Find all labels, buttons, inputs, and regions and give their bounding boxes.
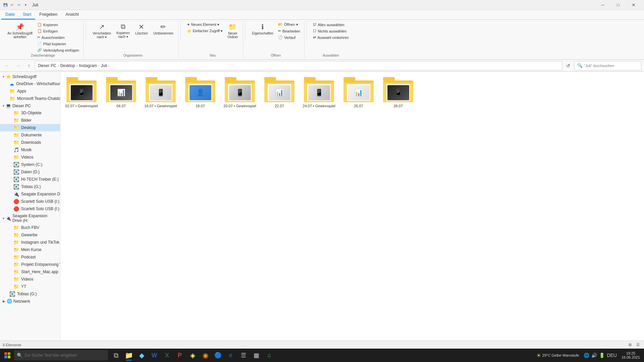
new-element-button[interactable]: ✦Neues Element ▾ [185, 22, 224, 27]
file-item-6[interactable]: 📱 24.07 • Gewinnspiel [301, 74, 337, 111]
close-button[interactable]: ✕ [626, 0, 641, 10]
search-bar[interactable]: 🔍 [574, 61, 641, 70]
taskbar-search-bar[interactable]: 🔍 [14, 350, 108, 360]
delete-button[interactable]: ✕ Löschen [133, 22, 150, 36]
history-button[interactable]: 🕐Verlauf [277, 35, 302, 40]
sidebar-section-network[interactable]: ▶ 🌐 Netzwerk [0, 298, 60, 305]
sidebar-item-apps[interactable]: 📁 Apps [0, 87, 60, 95]
volume-icon[interactable]: 🔊 [591, 353, 597, 358]
taskbar-app-unknown1[interactable]: ◆ [136, 349, 148, 361]
sidebar-item-datend[interactable]: 💽 Daten (D:) [0, 168, 60, 176]
easy-access-button[interactable]: ⭐Einfacher Zugriff ▾ [185, 28, 224, 34]
list-view-button[interactable]: ☰ [635, 342, 641, 348]
select-none-button[interactable]: ☐Nichts auswählen [312, 28, 350, 34]
sidebar-item-tobiasG[interactable]: 💽 Tobias (G:) [0, 183, 60, 190]
language-tray[interactable]: DEU [607, 353, 617, 358]
new-folder-button[interactable]: 📁 NeuerOrdner [225, 22, 240, 40]
taskbar-app-explorer[interactable]: 📁 [123, 349, 135, 361]
sidebar-item-podcast[interactable]: 📁 Podcast [0, 253, 60, 261]
minimize-button[interactable]: ─ [595, 0, 610, 10]
sidebar-item-starthere[interactable]: 📁 Start_Here_Mac.app [0, 268, 60, 276]
weather-badge[interactable]: ☀ 29°C Gelbe Warnstufe [534, 352, 582, 359]
taskbar-app-unknown3[interactable]: ◉ [199, 349, 211, 361]
sidebar-item-hitechE[interactable]: 💽 HI-TECH Treiber (E:) [0, 176, 60, 183]
taskbar-search-input[interactable] [24, 353, 105, 358]
file-item-5[interactable]: 📊 22.07 [261, 74, 298, 111]
taskbar-app-spotify[interactable]: ♫ [263, 349, 275, 361]
sidebar-item-3dobjects[interactable]: 📁 3D-Objekte [0, 109, 60, 117]
forward-button[interactable]: → [13, 61, 23, 70]
refresh-button[interactable]: ↺ [564, 61, 573, 70]
taskbar-app-ppt[interactable]: P [174, 349, 186, 361]
sidebar-item-scarlettI1[interactable]: 🔴 Scarlett Solo USB (I:) [0, 198, 60, 205]
taskbar-app-unknown4[interactable]: ☰ [237, 349, 250, 361]
sidebar-item-tobiasG2[interactable]: 💽 Tobias (G:) [0, 290, 60, 298]
invert-select-button[interactable]: ⇌Auswahl umkehren [312, 35, 350, 40]
sidebar-item-bilder[interactable]: 📁 Bilder [0, 117, 60, 124]
network-tray-icon[interactable]: 🌐 [584, 353, 589, 358]
sidebar-item-musik[interactable]: 🎵 Musik [0, 146, 60, 154]
sidebar-section-quickaccess[interactable]: ▾ ⭐ Schnellzugriff [0, 73, 60, 80]
properties-button[interactable]: ℹ Eigenschaften [250, 22, 275, 36]
paste-button[interactable]: 📋Einfügen [36, 28, 80, 34]
file-item-3[interactable]: 👤 18.07 [182, 74, 219, 111]
dropdown-icon[interactable]: ▾ [23, 2, 28, 8]
search-input[interactable] [584, 64, 638, 68]
taskbar-app-edge[interactable]: e [225, 349, 237, 361]
file-item-8[interactable]: 📱 28.07 [380, 74, 417, 111]
sidebar-item-systemc[interactable]: 💽 System (C:) [0, 161, 60, 168]
taskbar-app-excel[interactable]: X [161, 349, 173, 361]
sidebar-item-desktop[interactable]: 📁 Desktop [0, 124, 60, 131]
rename-button[interactable]: ✏ Umbenennen [151, 22, 175, 36]
start-button[interactable] [1, 349, 13, 361]
undo-icon[interactable]: ↩ [9, 2, 15, 8]
sidebar-item-instagram[interactable]: 📁 Instagram und TikTok [0, 239, 60, 246]
pin-quickaccess-button[interactable]: 📌 An Schnellzugriffanheften [5, 22, 35, 40]
sidebar-item-yt[interactable]: 📁 YT [0, 283, 60, 290]
sidebar-item-downloads[interactable]: 📁 Downloads [0, 139, 60, 146]
sidebar-item-videos2[interactable]: 📁 Videos [0, 276, 60, 283]
tab-freigeben[interactable]: Freigeben [35, 10, 61, 19]
sidebar-item-onedrive[interactable]: ☁ OneDrive - Wirtschaftsuniver [0, 80, 60, 87]
sidebar-item-dokumente[interactable]: 📁 Dokumente [0, 131, 60, 139]
tab-datei[interactable]: Datei [1, 10, 19, 19]
file-item-7[interactable]: 📊 26.07 [340, 74, 377, 111]
sidebar-item-gewerbe[interactable]: 📁 Gewerbe [0, 231, 60, 239]
maximize-button[interactable]: □ [610, 0, 626, 10]
breadcrumb-desktop[interactable]: Desktop [60, 63, 75, 68]
file-item-1[interactable]: 📊 04.07 [103, 74, 140, 111]
file-item-2[interactable]: 📱 16.07 • Gewinnspiel [142, 74, 179, 111]
save-icon[interactable]: 💾 [3, 2, 8, 8]
open-button[interactable]: 📂Öffnen ▾ [277, 22, 302, 27]
breadcrumb[interactable]: Dieser PC › Desktop › Instagram › Juli › [35, 61, 562, 70]
redo-icon[interactable]: ↪ [16, 2, 21, 8]
file-item-4[interactable]: 📱 20.07 • Gewinnspiel [221, 74, 258, 111]
breadcrumb-juli[interactable]: Juli [101, 63, 107, 68]
taskbar-clock[interactable]: 19:25 16.06.2021 [619, 351, 643, 359]
tab-start[interactable]: Start [19, 10, 35, 19]
sidebar-item-projektvideo[interactable]: 📁 Projekt Entspannung Video [0, 261, 60, 268]
file-item-0[interactable]: 📱 02.07 • Gewinnspiel [63, 74, 100, 111]
taskbar-app-unknown5[interactable]: ▦ [250, 349, 262, 361]
taskbar-app-taskview[interactable]: ⧉ [110, 349, 122, 361]
breadcrumb-instagram[interactable]: Instagram [79, 63, 97, 68]
taskbar-app-unknown2[interactable]: ◈ [186, 349, 199, 361]
taskbar-app-chrome[interactable]: 🔵 [212, 349, 224, 361]
sidebar-item-teams[interactable]: 📁 Microsoft Teams-Chatdate [0, 95, 60, 102]
tab-ansicht[interactable]: Ansicht [61, 10, 83, 19]
taskbar-app-word[interactable]: W [148, 349, 160, 361]
sidebar-section-seagate-expand[interactable]: ▾ 🔌 Seagate Expansion Drive (H: [0, 213, 60, 224]
large-icons-view-button[interactable]: ⊞ [627, 342, 633, 348]
back-button[interactable]: ← [3, 61, 12, 70]
select-all-button[interactable]: ☑Alles auswählen [312, 22, 350, 27]
move-button[interactable]: ↗ Verschiebennach ▾ [91, 22, 113, 40]
breadcrumb-pc[interactable]: Dieser PC [38, 63, 56, 68]
edit-button[interactable]: ✏Bearbeiten [277, 28, 302, 34]
sidebar-item-meinkurse[interactable]: 📁 Mein Kurse [0, 246, 60, 253]
sidebar-item-buchfbv[interactable]: 📁 Buch FBV [0, 224, 60, 231]
sidebar-item-seagateH[interactable]: 🔌 Seagate Expansion Drive (H: [0, 190, 60, 198]
sidebar-item-scarlettI2[interactable]: 🔴 Scarlett Solo USB (I:) [0, 205, 60, 213]
sidebar-section-thispc[interactable]: ▾ 💻 Dieser PC [0, 102, 60, 109]
copy-to-button[interactable]: ⧉ Kopierennach ▾ [114, 22, 132, 40]
sidebar-item-videos[interactable]: 📁 Videos [0, 154, 60, 161]
